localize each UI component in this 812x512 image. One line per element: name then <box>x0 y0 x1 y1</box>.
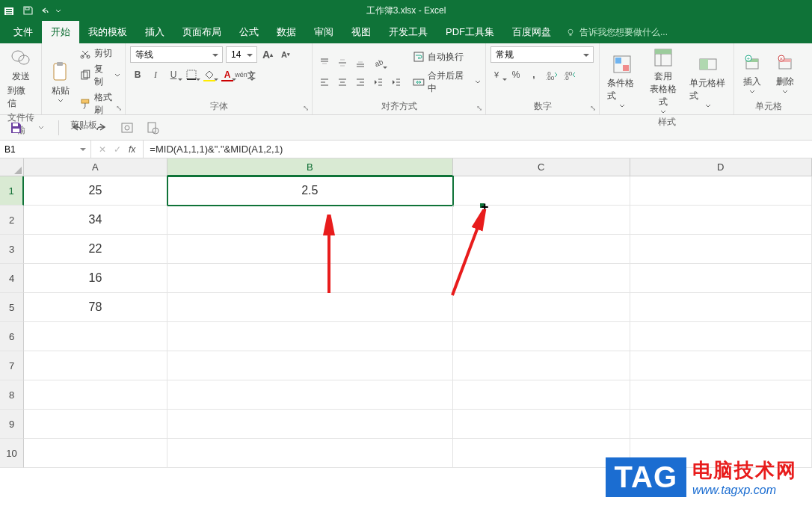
tab-dev[interactable]: 开发工具 <box>380 21 437 43</box>
phonetic-button[interactable]: wén文 <box>238 67 253 82</box>
column-header-A[interactable]: A <box>24 158 167 176</box>
decrease-decimal-icon[interactable]: .00.0 <box>562 67 577 82</box>
tab-layout[interactable]: 页面布局 <box>173 21 230 43</box>
tab-file[interactable]: 文件 <box>4 21 42 43</box>
tab-formula[interactable]: 公式 <box>230 21 268 43</box>
percent-icon[interactable]: % <box>508 67 523 82</box>
cell-D4[interactable] <box>630 264 812 293</box>
cell-A4[interactable]: 16 <box>24 264 167 293</box>
tab-review[interactable]: 审阅 <box>305 21 342 43</box>
number-format-select[interactable]: 常规 <box>490 46 594 63</box>
qat-more-icon[interactable] <box>33 120 49 136</box>
cell-D1[interactable] <box>630 176 812 206</box>
paste-button[interactable]: 粘贴 <box>46 61 75 103</box>
font-name-select[interactable]: 等线 <box>130 46 223 63</box>
cell-A8[interactable] <box>24 380 167 410</box>
tab-data[interactable]: 数据 <box>268 21 305 43</box>
cell-C4[interactable] <box>453 264 630 293</box>
cell-B8[interactable] <box>167 380 453 410</box>
cell-A7[interactable] <box>24 351 167 380</box>
cut-button[interactable]: 剪切 <box>79 46 120 61</box>
cell-B6[interactable] <box>167 322 453 351</box>
cell-B9[interactable] <box>167 410 453 439</box>
cell-A3[interactable]: 22 <box>24 235 167 264</box>
cell-A10[interactable] <box>24 439 167 468</box>
cell-A2[interactable]: 34 <box>24 206 167 235</box>
save-icon[interactable] <box>22 5 33 16</box>
fill-color-button[interactable] <box>202 67 217 82</box>
increase-decimal-icon[interactable]: .0.00 <box>544 67 559 82</box>
delete-cells-button[interactable]: × 删除 <box>771 52 799 94</box>
fx-icon[interactable]: fx <box>129 144 135 155</box>
row-header-4[interactable]: 4 <box>0 264 24 293</box>
cell-C10[interactable] <box>453 439 630 468</box>
cell-C9[interactable] <box>453 410 630 439</box>
cell-B4[interactable] <box>167 264 453 293</box>
cell-D3[interactable] <box>630 235 812 264</box>
italic-button[interactable]: I <box>148 67 163 82</box>
touch-mode-icon[interactable] <box>119 120 135 136</box>
number-launcher[interactable]: ⤡ <box>588 104 597 113</box>
row-header-1[interactable]: 1 <box>0 176 24 206</box>
cell-C1[interactable] <box>453 176 630 206</box>
orientation-icon[interactable]: ab <box>371 55 386 70</box>
row-header-9[interactable]: 9 <box>0 410 24 439</box>
save-icon[interactable] <box>7 120 24 136</box>
tab-pdf[interactable]: PDF工具集 <box>437 21 503 43</box>
row-header-6[interactable]: 6 <box>0 322 24 351</box>
align-left-icon[interactable] <box>317 75 332 90</box>
cell-B7[interactable] <box>167 351 453 380</box>
cell-C3[interactable] <box>453 235 630 264</box>
cell-C5[interactable] <box>453 293 630 322</box>
row-header-8[interactable]: 8 <box>0 380 24 410</box>
conditional-format-button[interactable]: 条件格式 <box>604 53 639 108</box>
print-preview-icon[interactable] <box>144 120 161 136</box>
tab-view[interactable]: 视图 <box>342 21 380 43</box>
tell-me-search[interactable]: 告诉我您想要做什么... <box>566 21 668 43</box>
cell-A1[interactable]: 25 <box>24 176 167 206</box>
row-header-7[interactable]: 7 <box>0 351 24 380</box>
wrap-text-button[interactable]: 自动换行 <box>413 50 481 64</box>
cell-B5[interactable] <box>167 293 453 322</box>
row-header-10[interactable]: 10 <box>0 439 24 468</box>
cell-A6[interactable] <box>24 322 167 351</box>
cell-C8[interactable] <box>453 380 630 410</box>
cell-D6[interactable] <box>630 322 812 351</box>
cell-B3[interactable] <box>167 235 453 264</box>
cell-B1[interactable]: 2.5 <box>167 176 453 206</box>
copy-button[interactable]: 复制 <box>79 62 120 89</box>
comma-icon[interactable]: , <box>526 67 541 82</box>
undo-icon[interactable] <box>39 5 49 16</box>
decrease-font-icon[interactable]: A▾ <box>278 47 293 62</box>
qat-dropdown-icon[interactable] <box>55 5 61 16</box>
cancel-formula-icon[interactable]: ✕ <box>99 144 106 155</box>
redo-icon[interactable] <box>93 120 110 136</box>
tab-insert[interactable]: 插入 <box>136 21 173 43</box>
cell-C7[interactable] <box>453 351 630 380</box>
cell-D2[interactable] <box>630 206 812 235</box>
cell-A9[interactable] <box>24 410 167 439</box>
align-launcher[interactable]: ⤡ <box>475 104 484 113</box>
cell-A5[interactable]: 78 <box>24 293 167 322</box>
merge-center-button[interactable]: 合并后居中 <box>413 69 481 96</box>
column-header-C[interactable]: C <box>453 158 630 176</box>
name-box[interactable]: B1 <box>0 141 91 158</box>
column-header-B[interactable]: B <box>167 158 453 176</box>
cell-D9[interactable] <box>630 410 812 439</box>
align-right-icon[interactable] <box>353 75 368 90</box>
font-color-button[interactable]: A <box>220 67 235 82</box>
cell-D8[interactable] <box>630 380 812 410</box>
indent-increase-icon[interactable] <box>389 75 404 90</box>
row-header-3[interactable]: 3 <box>0 235 24 264</box>
font-launcher[interactable]: ⤡ <box>301 104 310 113</box>
align-center-icon[interactable] <box>335 75 350 90</box>
cell-style-button[interactable]: 单元格样式 <box>686 53 729 108</box>
cell-D5[interactable] <box>630 293 812 322</box>
tab-template[interactable]: 我的模板 <box>79 21 136 43</box>
font-size-select[interactable]: 14 <box>226 46 257 63</box>
tab-baidu[interactable]: 百度网盘 <box>503 21 560 43</box>
align-middle-icon[interactable] <box>335 55 350 70</box>
currency-icon[interactable]: ¥ <box>490 67 505 82</box>
clipboard-launcher[interactable]: ⤡ <box>114 104 123 113</box>
insert-cells-button[interactable]: + 插入 <box>738 52 766 94</box>
